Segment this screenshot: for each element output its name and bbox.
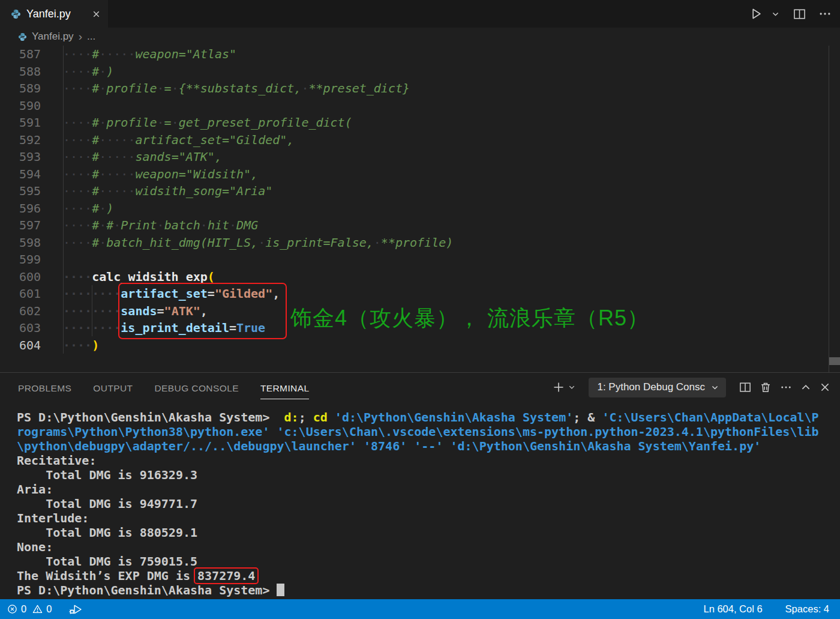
green-annotation-text: 饰金4（攻火暴）， 流浪乐章（R5）	[290, 304, 649, 333]
code-line-589: ····#·profile·=·{**substats_dict,·**pres…	[63, 80, 827, 97]
terminal-line: Total DMG is 759015.5	[17, 554, 834, 569]
red-annotation-box	[118, 283, 287, 339]
line-number: 592	[0, 131, 60, 149]
panel-actions: 1: Python Debug Consc	[553, 373, 830, 402]
chevron-up-icon[interactable]	[800, 382, 811, 393]
plus-icon[interactable]	[553, 381, 565, 393]
terminal-line: \python\debugpy\adapter/../..\debugpy\la…	[17, 439, 834, 453]
ellipsis-icon[interactable]	[780, 381, 792, 393]
editor-actions	[749, 0, 832, 28]
tab-problems[interactable]: PROBLEMS	[18, 376, 71, 399]
terminal-line: The Widsith’s EXP DMG is 837279.4	[17, 569, 834, 583]
line-number: 590	[0, 97, 60, 115]
terminal-selector[interactable]: 1: Python Debug Consc	[589, 378, 726, 397]
tab-debug-console[interactable]: DEBUG CONSOLE	[154, 376, 238, 399]
terminal-line: None:	[17, 540, 834, 554]
code-line-599	[63, 251, 827, 268]
terminal-line: Total DMG is 916329.3	[17, 468, 834, 482]
tab-yanfei[interactable]: Yanfei.py	[0, 0, 108, 28]
tab-terminal[interactable]: TERMINAL	[260, 376, 310, 399]
terminal-line: Aria:	[17, 482, 834, 497]
chevron-right-icon: ›	[79, 30, 82, 43]
bottom-panel: PROBLEMS OUTPUT DEBUG CONSOLE TERMINAL 1…	[0, 372, 840, 599]
code-line-591: ····#·profile·=·get_preset_profile_dict(	[63, 114, 827, 131]
code-line-592: ····#·····artifact_set="Gilded",	[63, 131, 827, 149]
line-number: 595	[0, 183, 60, 200]
debug-launch-icon[interactable]	[68, 603, 83, 615]
code-line-595: ····#·····widsith_song="Aria"	[63, 183, 827, 200]
scrollbar-track	[829, 46, 829, 372]
python-icon	[11, 9, 21, 19]
tab-label: Yanfei.py	[26, 8, 71, 20]
chevron-down-icon[interactable]	[772, 10, 779, 18]
editor-gutter: 5875885895905915925935945955965975985996…	[0, 46, 60, 354]
code-line-587: ····#·····weapon="Atlas"	[63, 46, 827, 63]
code-line-590	[63, 97, 827, 115]
split-terminal-icon[interactable]	[739, 381, 751, 393]
warning-count: 0	[46, 603, 52, 615]
close-icon[interactable]	[820, 382, 830, 393]
terminal-line: PS D:\Python\Genshin\Akasha System> d:; …	[17, 410, 834, 424]
line-number: 601	[0, 285, 60, 303]
code-line-593: ····#·····sands="ATK",	[63, 148, 827, 166]
status-bar: 0 0 Ln 604, Col 6 Spaces: 4	[0, 599, 840, 619]
line-number: 587	[0, 46, 60, 63]
code-line-598: ····#·batch_hit_dmg(HIT_LS,·is_print=Fal…	[63, 234, 827, 252]
cursor-position[interactable]: Ln 604, Col 6	[703, 603, 762, 615]
code-editor[interactable]: 5875885895905915925935945955965975985996…	[0, 46, 840, 372]
terminal-selector-label: 1: Python Debug Consc	[597, 381, 705, 393]
ellipsis-icon[interactable]	[818, 7, 832, 20]
line-number: 594	[0, 166, 60, 183]
line-number: 589	[0, 80, 60, 97]
terminal-line: rograms\Python\Python38\python.exe' 'c:\…	[17, 424, 834, 439]
tab-output[interactable]: OUTPUT	[93, 376, 133, 399]
terminal-cursor	[277, 584, 284, 596]
terminal-output[interactable]: PS D:\Python\Genshin\Akasha System> d:; …	[17, 410, 834, 597]
scrollbar-thumb[interactable]	[829, 357, 840, 365]
line-number: 602	[0, 303, 60, 320]
split-editor-icon[interactable]	[793, 8, 806, 20]
line-number: 598	[0, 234, 60, 252]
line-number: 597	[0, 217, 60, 234]
run-icon[interactable]	[749, 7, 763, 20]
problems-status[interactable]: 0 0	[7, 603, 52, 615]
line-number: 599	[0, 251, 60, 268]
line-number: 593	[0, 148, 60, 166]
code-line-594: ····#·····weapon="Widsith",	[63, 166, 827, 183]
panel-tabs: PROBLEMS OUTPUT DEBUG CONSOLE TERMINAL	[18, 373, 309, 402]
line-number: 596	[0, 200, 60, 217]
terminal-line: Interlude:	[17, 511, 834, 525]
highlighted-value: 837279.4	[197, 569, 255, 583]
line-number: 591	[0, 114, 60, 131]
breadcrumb[interactable]: Yanfei.py › ...	[0, 28, 840, 46]
error-icon	[7, 604, 17, 614]
breadcrumb-more[interactable]: ...	[87, 31, 95, 43]
terminal-line: Recitative:	[17, 453, 834, 468]
terminal-line: Total DMG is 880529.1	[17, 525, 834, 540]
code-line-588: ····#·)	[63, 63, 827, 80]
line-number: 588	[0, 63, 60, 80]
python-icon	[18, 32, 27, 41]
tab-bar: Yanfei.py	[0, 0, 840, 28]
line-number: 600	[0, 268, 60, 286]
warning-icon	[32, 604, 43, 614]
error-count: 0	[21, 603, 26, 615]
code-line-596: ····#·)	[63, 200, 827, 217]
line-number: 603	[0, 319, 60, 337]
chevron-down-icon	[711, 384, 719, 391]
line-number: 604	[0, 337, 60, 354]
close-icon[interactable]	[92, 10, 101, 19]
terminal-line: PS D:\Python\Genshin\Akasha System>	[17, 583, 834, 597]
trash-icon[interactable]	[760, 381, 772, 393]
code-line-597: ····#·#·Print·batch·hit·DMG	[63, 217, 827, 234]
breadcrumb-file[interactable]: Yanfei.py	[32, 31, 74, 43]
terminal-line: Total DMG is 949771.7	[17, 497, 834, 511]
chevron-down-icon[interactable]	[568, 384, 575, 391]
panel-header: PROBLEMS OUTPUT DEBUG CONSOLE TERMINAL 1…	[0, 373, 840, 402]
indentation-setting[interactable]: Spaces: 4	[785, 603, 829, 615]
